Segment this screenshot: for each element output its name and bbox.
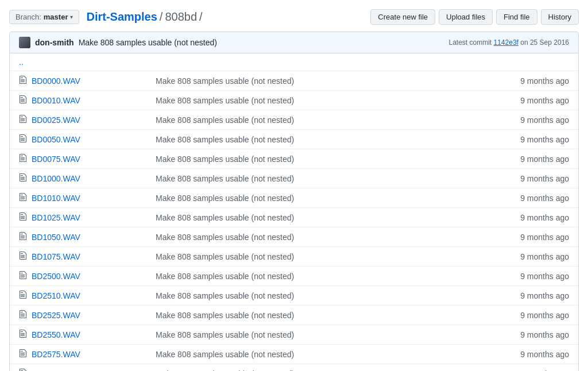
file-commit-message: Make 808 samples usable (not nested) (146, 272, 500, 281)
file-time: 9 months ago (500, 330, 569, 339)
commit-hash[interactable]: 1142e3f (494, 38, 519, 47)
file-link[interactable]: BD1010.WAV (32, 194, 80, 203)
file-link[interactable]: BD2510.WAV (32, 291, 80, 300)
file-icon (19, 290, 27, 301)
file-link[interactable]: BD1000.WAV (32, 174, 80, 183)
file-icon (19, 251, 27, 262)
file-time: 9 months ago (500, 291, 569, 300)
avatar (19, 37, 30, 48)
file-icon (19, 310, 27, 320)
file-browser: don-smith Make 808 samples usable (not n… (9, 32, 579, 371)
branch-selector[interactable]: Branch: master ▾ (9, 10, 79, 24)
file-row: BD0075.WAV Make 808 samples usable (not … (10, 149, 578, 169)
file-icon (19, 212, 27, 223)
file-link[interactable]: BD0075.WAV (32, 154, 80, 164)
file-name: BD2525.WAV (32, 311, 146, 320)
file-commit-message: Make 808 samples usable (not nested) (146, 233, 500, 242)
commit-bar-left: don-smith Make 808 samples usable (not n… (19, 37, 217, 48)
file-link[interactable]: BD1050.WAV (32, 233, 80, 242)
file-commit-message: Make 808 samples usable (not nested) (146, 115, 500, 125)
file-commit-message: Make 808 samples usable (not nested) (146, 174, 500, 183)
file-row: BD2500.WAV Make 808 samples usable (not … (10, 266, 578, 286)
file-name: BD1000.WAV (32, 174, 146, 183)
file-commit-message: Make 808 samples usable (not nested) (146, 194, 500, 203)
file-row: BD0000.WAV Make 808 samples usable (not … (10, 71, 578, 91)
file-list: BD0000.WAV Make 808 samples usable (not … (10, 71, 578, 371)
file-time: 9 months ago (500, 76, 569, 86)
parent-dir-link[interactable]: .. (19, 57, 24, 67)
file-icon (19, 270, 27, 281)
file-icon (19, 368, 27, 371)
file-time: 9 months ago (500, 194, 569, 203)
file-row: BD1050.WAV Make 808 samples usable (not … (10, 227, 578, 247)
file-name: BD1010.WAV (32, 194, 146, 203)
file-time: 9 months ago (500, 311, 569, 320)
file-link[interactable]: BD0050.WAV (32, 135, 80, 144)
file-time: 9 months ago (500, 96, 569, 105)
file-row: BD2550.WAV Make 808 samples usable (not … (10, 325, 578, 345)
file-name: BD0025.WAV (32, 115, 146, 125)
file-link[interactable]: BD2500.WAV (32, 272, 80, 281)
file-row: BD5000.WAV Make 808 samples usable (not … (10, 364, 578, 371)
breadcrumb-repo-link[interactable]: Dirt-Samples (86, 10, 157, 24)
file-name: BD2500.WAV (32, 272, 146, 281)
file-name: BD1025.WAV (32, 213, 146, 222)
create-new-file-button[interactable]: Create new file (370, 9, 435, 25)
breadcrumb-sep-2: / (199, 10, 203, 24)
file-name: BD0075.WAV (32, 154, 146, 164)
file-commit-message: Make 808 samples usable (not nested) (146, 76, 500, 86)
file-row: BD2525.WAV Make 808 samples usable (not … (10, 306, 578, 325)
file-time: 9 months ago (500, 252, 569, 261)
file-icon (19, 134, 27, 145)
file-icon (19, 349, 27, 360)
commit-user[interactable]: don-smith (35, 38, 74, 47)
file-row: BD0050.WAV Make 808 samples usable (not … (10, 130, 578, 149)
chevron-down-icon: ▾ (70, 14, 73, 20)
file-time: 9 months ago (500, 174, 569, 183)
file-name: BD1050.WAV (32, 233, 146, 242)
file-name: BD2510.WAV (32, 291, 146, 300)
file-name: BD2550.WAV (32, 330, 146, 339)
file-commit-message: Make 808 samples usable (not nested) (146, 291, 500, 300)
file-commit-message: Make 808 samples usable (not nested) (146, 154, 500, 164)
file-link[interactable]: BD5000.WAV (32, 369, 80, 372)
file-time: 9 months ago (500, 115, 569, 125)
file-time: 9 months ago (500, 233, 569, 242)
file-link[interactable]: BD0010.WAV (32, 96, 80, 105)
file-row: BD2575.WAV Make 808 samples usable (not … (10, 345, 578, 364)
file-row: BD2510.WAV Make 808 samples usable (not … (10, 286, 578, 306)
file-commit-message: Make 808 samples usable (not nested) (146, 213, 500, 222)
file-time: 9 months ago (500, 213, 569, 222)
breadcrumb-section: Branch: master ▾ Dirt-Samples / 808bd / (9, 10, 203, 24)
file-time: 9 months ago (500, 369, 569, 372)
file-commit-message: Make 808 samples usable (not nested) (146, 350, 500, 359)
file-icon (19, 329, 27, 340)
file-icon (19, 192, 27, 203)
file-icon (19, 114, 27, 125)
file-time: 9 months ago (500, 154, 569, 164)
history-button[interactable]: History (541, 9, 579, 25)
commit-bar: don-smith Make 808 samples usable (not n… (10, 32, 578, 53)
file-time: 9 months ago (500, 350, 569, 359)
file-time: 9 months ago (500, 135, 569, 144)
file-row: BD1000.WAV Make 808 samples usable (not … (10, 169, 578, 188)
file-link[interactable]: BD0025.WAV (32, 115, 80, 125)
file-link[interactable]: BD1025.WAV (32, 213, 80, 222)
file-link[interactable]: BD0000.WAV (32, 76, 80, 86)
breadcrumb-folder: 808bd (165, 10, 197, 24)
upload-files-button[interactable]: Upload files (439, 9, 493, 25)
file-name: BD0010.WAV (32, 96, 146, 105)
file-row: BD0025.WAV Make 808 samples usable (not … (10, 110, 578, 130)
breadcrumb-sep-1: / (160, 10, 163, 24)
file-link[interactable]: BD2525.WAV (32, 311, 80, 320)
file-link[interactable]: BD2575.WAV (32, 350, 80, 359)
commit-message: Make 808 samples usable (not nested) (79, 38, 217, 47)
file-link[interactable]: BD2550.WAV (32, 330, 80, 339)
file-link[interactable]: BD1075.WAV (32, 252, 80, 261)
commit-date: on 25 Sep 2016 (520, 38, 569, 47)
file-name: BD1075.WAV (32, 252, 146, 261)
file-row: BD1025.WAV Make 808 samples usable (not … (10, 208, 578, 227)
find-file-button[interactable]: Find file (496, 9, 537, 25)
parent-dir-row: .. (10, 53, 578, 71)
file-commit-message: Make 808 samples usable (not nested) (146, 311, 500, 320)
